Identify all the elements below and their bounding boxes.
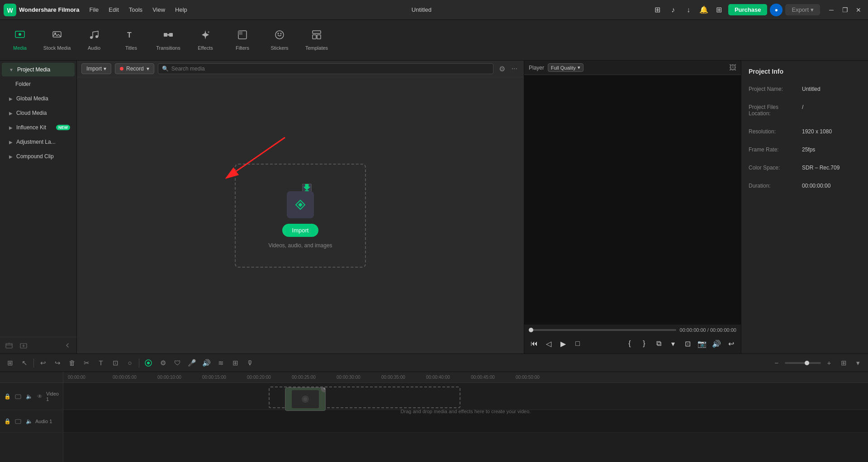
sidebar-item-folder[interactable]: Folder	[2, 77, 75, 91]
sidebar-item-cloud-media[interactable]: ▶ Cloud Media	[2, 106, 75, 120]
paint-button[interactable]: ○	[123, 357, 136, 369]
camera-button[interactable]: 📷	[696, 337, 708, 350]
snapshot-button[interactable]: ▾	[667, 337, 679, 350]
ai-button[interactable]: ⊞	[229, 357, 242, 369]
audio1-folder-button[interactable]	[14, 417, 23, 426]
volume-button[interactable]: 🔊	[710, 337, 723, 350]
svg-point-15	[280, 33, 282, 34]
purchase-button[interactable]: Purchase	[728, 4, 768, 15]
media-clip[interactable]: +	[285, 387, 326, 411]
timeline-cursor-button[interactable]: ↖	[18, 357, 31, 369]
add-folder-button[interactable]	[4, 340, 14, 351]
text-button[interactable]: T	[95, 357, 107, 369]
toolbar-effects[interactable]: Effects	[187, 20, 223, 60]
project-info-title: Project Info	[749, 68, 861, 75]
layout-icon[interactable]: ⊞	[651, 4, 664, 16]
zoom-in-button[interactable]: +	[823, 357, 835, 369]
video1-lock-button[interactable]: 🔒	[3, 392, 12, 401]
mic-button[interactable]: 🎤	[185, 357, 198, 369]
more-options-icon[interactable]: ···	[510, 64, 519, 74]
timeline-area: ⊞ ↖ ↩ ↪ 🗑 ✂ T ⊡ ○ ⚙ 🛡 🎤 🔊 ≋ ⊞ 🎙	[0, 354, 868, 462]
sidebar-item-project-media[interactable]: ▼ Project Media	[2, 63, 75, 76]
auto-fix-button[interactable]: ⚙	[157, 357, 169, 369]
grid-icon[interactable]: ⊞	[713, 4, 726, 16]
timeline-settings-button[interactable]: ⊞	[4, 357, 16, 369]
video1-hide-button[interactable]: 👁	[35, 392, 44, 401]
toolbar-media[interactable]: Media	[2, 20, 38, 60]
download-icon[interactable]: ↓	[682, 4, 695, 16]
music-icon[interactable]: ♪	[667, 4, 679, 16]
search-input[interactable]	[171, 66, 489, 72]
zoom-slider[interactable]	[785, 362, 821, 364]
sidebar-item-compound-clip[interactable]: ▶ Compound Clip	[2, 150, 75, 163]
import-button[interactable]: Import ▾	[81, 63, 111, 74]
menu-tools[interactable]: Tools	[124, 5, 147, 15]
audio-strip-button[interactable]: 🔊	[200, 357, 213, 369]
record-chevron-icon: ▾	[147, 66, 149, 72]
search-box[interactable]: 🔍	[158, 63, 493, 74]
clip-add-button[interactable]: +	[321, 387, 326, 392]
sidebar-item-global-media[interactable]: ▶ Global Media	[2, 92, 75, 105]
delete-button[interactable]: 🗑	[66, 357, 78, 369]
screenshot-icon[interactable]: 🖼	[729, 64, 736, 72]
maximize-button[interactable]: ❐	[839, 4, 851, 16]
toolbar-stickers[interactable]: Stickers	[261, 20, 298, 60]
new-folder-button[interactable]	[18, 340, 29, 351]
zoom-handle[interactable]	[805, 361, 809, 365]
profile-avatar[interactable]: ●	[770, 4, 783, 16]
sidebar: ▼ Project Media Folder ▶ Global Media ▶ …	[0, 61, 77, 354]
toolbar-audio[interactable]: Audio	[76, 20, 112, 60]
divider-2	[139, 358, 139, 368]
toolbar-templates[interactable]: Templates	[299, 20, 335, 60]
clip-button[interactable]: ⧉	[652, 337, 665, 350]
video1-folder-button[interactable]	[14, 392, 23, 401]
cut-button[interactable]: ✂	[80, 357, 93, 369]
divider-1	[33, 358, 34, 368]
redo-button[interactable]: ↪	[51, 357, 64, 369]
shield-button[interactable]: 🛡	[171, 357, 184, 369]
mark-in-button[interactable]: {	[623, 337, 636, 350]
menu-file[interactable]: File	[85, 5, 103, 15]
sidebar-item-influence-kit[interactable]: ▶ Influence Kit NEW	[2, 121, 75, 134]
toolbar-filters[interactable]: Filters	[224, 20, 261, 60]
close-button[interactable]: ✕	[853, 4, 864, 16]
scene-detect-button[interactable]: ≋	[214, 357, 227, 369]
toolbar-stock-media[interactable]: Stock Media	[39, 20, 75, 60]
drop-import-button[interactable]: Import	[282, 224, 319, 237]
crop-tl-button[interactable]: ⊡	[109, 357, 122, 369]
media-toolbar: Import ▾ Record ▾ 🔍 ⚙ ···	[77, 61, 524, 77]
menu-view[interactable]: View	[148, 5, 170, 15]
minimize-button[interactable]: ─	[825, 4, 837, 16]
menu-help[interactable]: Help	[171, 5, 192, 15]
player-controls: ⏮ ◁ ▶ □ { } ⧉ ▾ ⊡ 📷 🔊 ↩	[524, 335, 741, 354]
toolbar-transitions[interactable]: Transitions	[150, 20, 186, 60]
mark-out-button[interactable]: }	[638, 337, 650, 350]
scrubber-handle[interactable]	[529, 328, 533, 332]
quality-select[interactable]: Full Quality ▾	[548, 63, 583, 72]
audio1-lock-button[interactable]: 🔒	[3, 417, 12, 426]
collapse-sidebar-button[interactable]	[62, 340, 73, 351]
audio1-mute-button[interactable]: 🔈	[24, 417, 33, 426]
rewind-button[interactable]: ⏮	[528, 337, 541, 350]
timeline-layout-button[interactable]: ⊞	[837, 357, 850, 369]
filter-icon[interactable]: ⚙	[497, 64, 507, 74]
settings-button[interactable]: ↩	[725, 337, 737, 350]
undo-button[interactable]: ↩	[37, 357, 49, 369]
toolbar-titles[interactable]: T Titles	[113, 20, 149, 60]
menu-edit[interactable]: Edit	[104, 5, 123, 15]
play-button[interactable]: ▶	[557, 337, 569, 350]
zoom-out-button[interactable]: −	[770, 357, 783, 369]
notification-icon[interactable]: 🔔	[697, 4, 710, 16]
timeline-scrubber[interactable]	[529, 329, 676, 331]
sidebar-item-adjustment[interactable]: ▶ Adjustment La...	[2, 135, 75, 149]
video1-mute-button[interactable]: 🔈	[24, 392, 33, 401]
frame-back-button[interactable]: ◁	[542, 337, 555, 350]
drop-zone[interactable]: Import Videos, audio, and images	[235, 164, 366, 268]
snap-button[interactable]	[142, 357, 155, 369]
timeline-more-button[interactable]: ▾	[852, 357, 864, 369]
frame-forward-button[interactable]: □	[571, 337, 584, 350]
crop-button[interactable]: ⊡	[681, 337, 694, 350]
record-tl-button[interactable]: 🎙	[243, 357, 256, 369]
record-button[interactable]: Record ▾	[115, 63, 154, 74]
export-button[interactable]: Export ▾	[785, 4, 820, 15]
